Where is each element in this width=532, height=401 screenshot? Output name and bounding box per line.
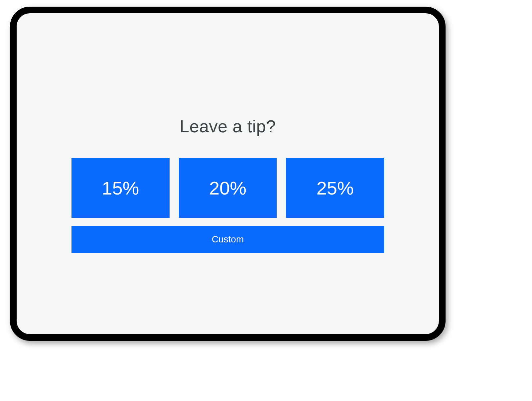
tablet-frame: Leave a tip? 15% 20% 25% Custom xyxy=(10,7,446,341)
tip-option-label: 20% xyxy=(209,177,246,199)
tip-screen: Leave a tip? 15% 20% 25% Custom xyxy=(17,13,439,334)
tip-option-25[interactable]: 25% xyxy=(286,158,384,218)
tip-option-label: 15% xyxy=(102,177,139,199)
tip-option-label: 25% xyxy=(317,177,354,199)
tip-option-15[interactable]: 15% xyxy=(71,158,170,218)
tip-custom-label: Custom xyxy=(212,234,244,245)
tip-prompt: Leave a tip? xyxy=(17,116,439,136)
tip-option-20[interactable]: 20% xyxy=(179,158,277,218)
tip-custom-button[interactable]: Custom xyxy=(71,226,384,253)
tip-options-row: 15% 20% 25% xyxy=(71,158,384,218)
